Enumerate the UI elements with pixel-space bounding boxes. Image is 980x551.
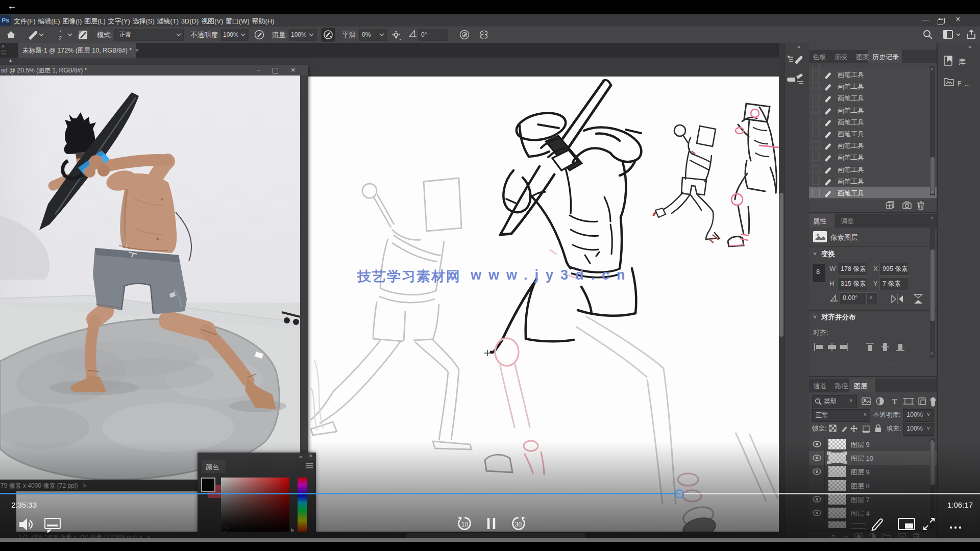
svg-text:不透明度:: 不透明度: (190, 31, 220, 39)
svg-text:流量:: 流量: (272, 31, 288, 39)
svg-text:0°: 0° (421, 31, 427, 38)
svg-text:正常: 正常 (119, 31, 132, 38)
svg-text:100%: 100% (223, 31, 239, 38)
svg-text:100%: 100% (291, 31, 307, 38)
svg-text:模式:: 模式: (96, 31, 113, 39)
svg-text:库: 库 (959, 58, 966, 66)
svg-text:0%: 0% (362, 31, 371, 38)
svg-text:平滑:: 平滑: (342, 31, 358, 39)
svg-text:F_...: F_... (958, 80, 970, 87)
svg-text:T: T (892, 398, 897, 406)
svg-text:2: 2 (59, 36, 62, 41)
